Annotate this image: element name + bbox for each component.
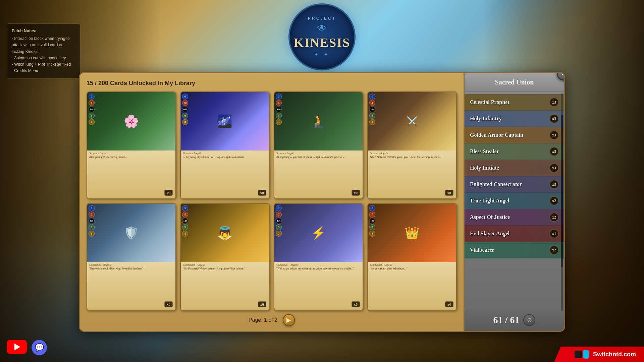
spd-badge: 8	[369, 231, 375, 237]
atk-badge: 4	[89, 100, 95, 106]
def-badge: 5	[276, 224, 282, 230]
card-type-silver: Combatant - Angelic	[89, 263, 173, 266]
card-type-alabaster: Servant - Angelic	[370, 152, 454, 155]
card-desc-celestial: "Her Forecasts? Written in stone. Her pa…	[183, 267, 267, 309]
card-stats-celestial: 5 5 1d4 5 4	[182, 205, 188, 237]
patch-note-1: - Interaction block when trying to attac…	[12, 36, 75, 55]
mana-badge: 8	[369, 205, 375, 211]
deck-item-golden-armor-captain[interactable]: Golden Armor Captain x3	[465, 127, 564, 143]
card-type-paradise: Domain - Angelic	[183, 152, 267, 155]
card-art-alabaster: ⚔️	[368, 92, 456, 150]
mana-badge: 0	[182, 94, 188, 100]
dice-badge: 1d6	[89, 218, 95, 224]
mana-badge: 0	[369, 94, 375, 100]
deck-item-vialbearer[interactable]: Vialbearer x2	[465, 242, 564, 258]
deck-item-bless-stealer[interactable]: Bless Stealer x3	[465, 143, 564, 160]
def-badge: 1	[276, 113, 282, 119]
deck-item-name: Evil Slayer Angel	[470, 231, 509, 237]
def-badge: 5	[182, 224, 188, 230]
card-stats-alabaster: 0 4 1d4 1 3	[369, 94, 375, 125]
mana-badge: 6	[89, 205, 95, 211]
next-page-button[interactable]: ▶	[283, 314, 295, 326]
discord-icon: 💬	[35, 343, 44, 352]
def-badge: 7	[369, 224, 375, 230]
dice-badge: 1d6	[89, 106, 95, 112]
card-paradise[interactable]: 🌌 0 30 0d0 0 0 Paradise Domain - Angelic…	[180, 92, 270, 199]
switch-badge: Switchntd.com	[554, 347, 644, 362]
card-type-holy: Combatant - Angelic	[276, 263, 361, 266]
pagination: Page: 1 of 2 ▶	[87, 311, 457, 327]
deck-item-count: x3	[549, 98, 559, 107]
card-count-celestial: x0	[258, 301, 266, 307]
card-art-silver: 🛡️	[87, 204, 175, 262]
atk-badge: 7	[369, 212, 375, 218]
card-lotus-flower[interactable]: 🌸 0 4 1d6 6 4 Lotus Flower Servant - Kin…	[87, 92, 176, 199]
deck-item-holy-initiate[interactable]: Holy Initiate x3	[465, 160, 564, 176]
card-type-lotus: Servant - Kinesis	[89, 152, 173, 155]
dice-badge: 1d6	[276, 106, 282, 112]
deck-item-celestial-prophet[interactable]: Celestial Prophet x3	[465, 94, 564, 111]
card-count-peaceful: x0	[352, 190, 360, 196]
card-count-alabaster: x0	[445, 190, 453, 196]
atk-badge: 5	[182, 212, 188, 218]
logo-project-label: PROJECT	[308, 16, 336, 21]
patch-note-2: - Animation cut with space key	[12, 55, 75, 61]
youtube-button[interactable]	[7, 340, 27, 354]
card-peaceful-guide[interactable]: 🧎 3 6 1d6 1 5 Peaceful Guide Servant - A…	[274, 92, 363, 199]
card-stats-golden: 8 7 1d6 7 8	[369, 205, 375, 237]
spd-badge: 4	[182, 231, 188, 237]
card-alabaster[interactable]: ⚔️ 0 4 1d4 1 3 Alabaster Servant - Angel…	[367, 92, 457, 199]
patch-notes-title: Patch Notes:	[12, 28, 75, 34]
deck-list: Celestial Prophet x3 Holy Infantry x3 Go…	[465, 92, 564, 309]
deck-item-count: x2	[549, 245, 559, 255]
dice-badge: 0d0	[182, 106, 188, 112]
card-celestial-prophet[interactable]: 👼 5 5 1d4 5 4 Celestial Prophet Combatan…	[180, 203, 270, 311]
atk-badge: 7	[276, 212, 282, 218]
deck-item-count: x1	[549, 229, 559, 238]
mana-badge: 5	[182, 205, 188, 211]
deck-item-name: Holy Infantry	[470, 116, 502, 122]
card-type-golden: Combatant - Angelic	[370, 263, 454, 266]
atk-badge: 30	[182, 100, 188, 106]
mana-badge: 0	[89, 94, 95, 100]
deck-item-name: Vialbearer	[470, 247, 494, 253]
card-desc-paradise: At beginning of your turn, heal 5 to you…	[183, 156, 267, 197]
deck-item-enlighted-consecrator[interactable]: Enlighted Consecrator x3	[465, 176, 564, 193]
deck-item-count: x3	[549, 163, 559, 173]
patch-notes-panel: Patch Notes: - Interaction block when tr…	[7, 23, 80, 78]
discord-button[interactable]: 💬	[32, 340, 47, 355]
deck-item-holy-infantry[interactable]: Holy Infantry x3	[465, 111, 564, 127]
deck-settings-button[interactable]: ⊘	[523, 314, 535, 326]
card-area: 15 / 200 Cards Unlocked In My Library 🌸 …	[80, 73, 464, 331]
card-golden-armor-captain[interactable]: 👑 8 7 1d6 7 8 Golden Armor Captain Comba…	[367, 203, 457, 311]
deck-item-evil-slayer-angel[interactable]: Evil Slayer Angel x1	[465, 226, 564, 242]
youtube-play-icon	[14, 344, 20, 350]
switchntd-text: Switchntd.com	[593, 351, 636, 358]
deck-item-name: Golden Armor Captain	[470, 132, 523, 138]
card-holy-infantry[interactable]: ⚡ 7 7 1d6 5 7 Holy Infantry Combatant - …	[274, 203, 363, 311]
patch-note-4: - Credits Menu	[12, 68, 75, 74]
card-desc-silver: "Heavenly looks, hellish swing. Fooled b…	[89, 267, 173, 309]
card-type-celestial: Combatant - Angelic	[183, 263, 267, 266]
page-label: Page: 1 of 2	[249, 317, 277, 323]
card-stats-lotus: 0 4 1d6 6 4	[89, 94, 95, 125]
card-desc-golden: "she doesn't just shine in battle, st...…	[370, 267, 454, 309]
card-type-peaceful: Servant - Angelic	[276, 152, 361, 155]
deck-item-name: True Light Angel	[470, 198, 509, 204]
deck-item-name: Enlighted Consecrator	[470, 181, 522, 187]
switch-left-joycon	[568, 350, 574, 359]
deck-item-true-light-angel[interactable]: True Light Angel x2	[465, 193, 564, 209]
card-desc-alabaster: When Alabaster enters the game, give Kin…	[370, 156, 454, 197]
deck-item-count: x3	[549, 147, 559, 156]
def-badge: 1	[369, 113, 375, 119]
card-desc-peaceful: At beginning of your turn, if you cr... …	[276, 156, 361, 197]
card-silver-armor-soldier[interactable]: 🛡️ 6 7 1d6 6 6 Silver Armor Soldier Comb…	[87, 203, 176, 311]
mana-badge: 7	[276, 205, 282, 211]
deck-item-aspect-of-justice[interactable]: Aspect Of Justice x2	[465, 209, 564, 226]
patch-note-3: - Witch King + Plot Trickster fixed	[12, 61, 75, 68]
logo-circle: PROJECT 👁 KINESIS ✦ ✦	[288, 3, 356, 70]
scrollbar-thumb	[561, 115, 563, 267]
dice-badge: 1d4	[182, 218, 188, 224]
deck-item-name: Celestial Prophet	[470, 99, 509, 105]
deck-item-name: Holy Initiate	[470, 165, 499, 171]
